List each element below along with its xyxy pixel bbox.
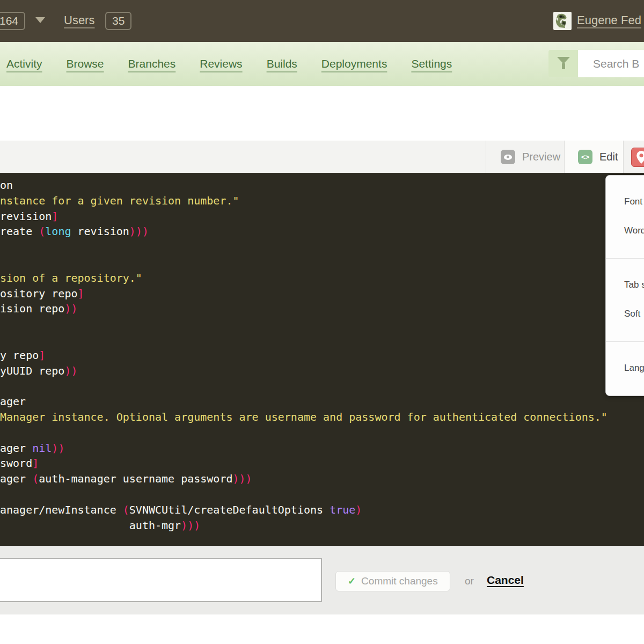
code-line: ager (auth-manager username password))): [0, 471, 644, 487]
nav-tab-builds[interactable]: Builds: [267, 57, 297, 70]
code-line: revision]: [0, 209, 644, 224]
commit-changes-label: Commit changes: [361, 575, 438, 587]
eye-icon: [501, 150, 515, 164]
commit-changes-button[interactable]: ✓ Commit changes: [335, 571, 450, 591]
nav-tab-browse[interactable]: Browse: [67, 57, 104, 70]
or-text: or: [465, 575, 474, 587]
avatar[interactable]: [553, 12, 572, 30]
map-pin-icon: [632, 148, 644, 166]
repo-count-badge: 164: [0, 12, 25, 30]
code-line: [0, 332, 644, 348]
filter-button[interactable]: [548, 50, 578, 77]
nav-tab-reviews[interactable]: Reviews: [200, 57, 242, 70]
code-line: reate (long revision))): [0, 224, 644, 239]
commit-bar: ✓ Commit changes or Cancel: [0, 546, 644, 614]
filter-funnel-icon: [557, 57, 570, 69]
nav-tab-deployments[interactable]: Deployments: [321, 57, 387, 70]
nav-tab-branches[interactable]: Branches: [128, 57, 176, 70]
code-line: on: [0, 178, 644, 193]
user-name-link[interactable]: Eugene Fed: [577, 13, 641, 27]
preview-tab-label: Preview: [522, 151, 560, 163]
settings-group: Tab sSoft: [606, 258, 644, 341]
code-line: sion of a repository.": [0, 270, 644, 286]
code-line: y repo]: [0, 348, 644, 363]
code-line: Manager instance. Optional arguments are…: [0, 409, 644, 425]
code-line: [0, 425, 644, 441]
settings-group: FontWord: [606, 175, 644, 258]
avatar-image: [553, 12, 572, 30]
users-link[interactable]: Users: [64, 13, 94, 27]
preview-tab[interactable]: Preview: [486, 141, 564, 173]
nav-tab-activity[interactable]: Activity: [6, 57, 42, 70]
check-icon: ✓: [348, 575, 356, 587]
code-brackets-icon: <>: [578, 150, 592, 164]
code-line: [0, 239, 644, 255]
code-line: [0, 487, 644, 502]
code-line: ager nil)): [0, 441, 644, 456]
settings-item-font[interactable]: Font: [606, 187, 644, 216]
settings-item-word[interactable]: Word: [606, 216, 644, 245]
code-line: ository repo]: [0, 286, 644, 302]
editor-settings-button[interactable]: [631, 148, 644, 167]
cancel-link[interactable]: Cancel: [487, 574, 524, 587]
code-line: [0, 317, 644, 332]
settings-item-lang[interactable]: Lang: [606, 354, 644, 383]
code-line: [0, 378, 644, 394]
code-line: anager/newInstance (SVNWCUtil/createDefa…: [0, 502, 644, 518]
page-footer-space: [0, 614, 644, 644]
editor-toolbar: Preview <> Edit: [0, 141, 644, 173]
code-line: sword]: [0, 456, 644, 471]
settings-item-tab-s[interactable]: Tab s: [606, 270, 644, 299]
search-input[interactable]: [578, 50, 644, 77]
repo-nav: ActivityBrowseBranchesReviewsBuildsDeplo…: [0, 42, 644, 86]
commit-message-input[interactable]: [0, 558, 322, 602]
code-editor[interactable]: onnstance for a given revision number."r…: [0, 173, 644, 546]
code-line: auth-mgr))): [0, 518, 644, 533]
code-line: ager: [0, 394, 644, 409]
code-line: yUUID repo)): [0, 363, 644, 379]
code-line: nstance for a given revision number.": [0, 193, 644, 209]
nav-tab-settings[interactable]: Settings: [411, 57, 452, 70]
settings-item-soft[interactable]: Soft: [606, 299, 644, 328]
settings-group: Lang: [606, 341, 644, 396]
top-bar: 164 Users 35 Eugene Fed: [0, 0, 644, 42]
nav-tabs: ActivityBrowseBranchesReviewsBuildsDeplo…: [6, 42, 452, 86]
edit-tab[interactable]: <> Edit: [564, 141, 624, 173]
edit-tab-label: Edit: [599, 151, 618, 163]
code-line: [0, 255, 644, 270]
chevron-down-icon[interactable]: [35, 17, 45, 23]
users-count-badge: 35: [105, 12, 131, 30]
code-line: ision repo)): [0, 301, 644, 317]
editor-settings-panel: FontWordTab sSoftLang: [605, 175, 644, 396]
